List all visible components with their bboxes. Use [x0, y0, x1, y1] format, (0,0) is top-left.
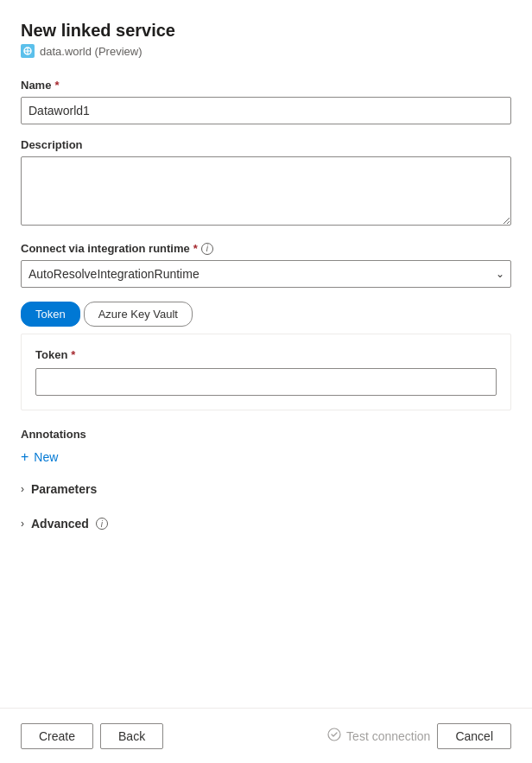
footer-right-actions: Test connection Cancel: [327, 722, 511, 749]
token-input[interactable]: [35, 368, 497, 396]
test-connection-icon: [327, 728, 341, 744]
page-title: New linked service: [21, 21, 511, 41]
description-field-group: Description: [21, 138, 511, 228]
tab-token[interactable]: Token: [21, 302, 80, 327]
parameters-section: › Parameters: [21, 479, 511, 499]
footer-left-actions: Create Back: [21, 723, 163, 749]
test-connection-button[interactable]: Test connection: [327, 722, 430, 749]
advanced-label: Advanced: [31, 517, 89, 531]
back-button[interactable]: Back: [100, 723, 163, 749]
runtime-required: *: [193, 242, 198, 255]
description-input[interactable]: [21, 156, 511, 226]
name-label: Name *: [21, 79, 511, 92]
cancel-button[interactable]: Cancel: [437, 723, 511, 749]
token-label: Token *: [35, 348, 497, 361]
runtime-field-group: Connect via integration runtime * i Auto…: [21, 242, 511, 288]
advanced-section: › Advanced i: [21, 513, 511, 534]
create-button[interactable]: Create: [21, 723, 93, 749]
annotations-section: Annotations + New: [21, 428, 511, 465]
name-required: *: [54, 79, 59, 92]
description-label: Description: [21, 138, 511, 151]
plus-icon: +: [21, 449, 28, 465]
runtime-select[interactable]: AutoResolveIntegrationRuntime: [21, 260, 511, 288]
subtitle-row: data.world (Preview): [21, 44, 511, 58]
annotations-title: Annotations: [21, 428, 511, 441]
test-connection-label: Test connection: [346, 729, 430, 743]
advanced-chevron-icon: ›: [21, 518, 24, 530]
parameters-header[interactable]: › Parameters: [21, 479, 511, 499]
advanced-info-icon[interactable]: i: [96, 518, 108, 530]
add-annotation-label: New: [34, 450, 58, 464]
runtime-info-icon[interactable]: i: [201, 243, 213, 255]
token-section: Token *: [21, 334, 511, 410]
token-required: *: [71, 348, 75, 361]
parameters-chevron-icon: ›: [21, 483, 24, 495]
service-subtitle: data.world (Preview): [40, 45, 142, 58]
svg-point-4: [328, 728, 340, 741]
advanced-header[interactable]: › Advanced i: [21, 513, 511, 534]
footer: Create Back Test connection Cancel: [0, 708, 532, 763]
name-field-group: Name *: [21, 79, 511, 124]
auth-tab-group: Token Azure Key Vault: [21, 302, 511, 327]
runtime-label: Connect via integration runtime * i: [21, 242, 511, 255]
add-annotation-button[interactable]: + New: [21, 449, 58, 465]
parameters-label: Parameters: [31, 482, 97, 496]
name-input[interactable]: [21, 97, 511, 124]
runtime-select-wrapper: AutoResolveIntegrationRuntime ⌄: [21, 260, 511, 288]
tab-azure-key-vault[interactable]: Azure Key Vault: [84, 302, 193, 327]
service-icon: [21, 44, 35, 58]
